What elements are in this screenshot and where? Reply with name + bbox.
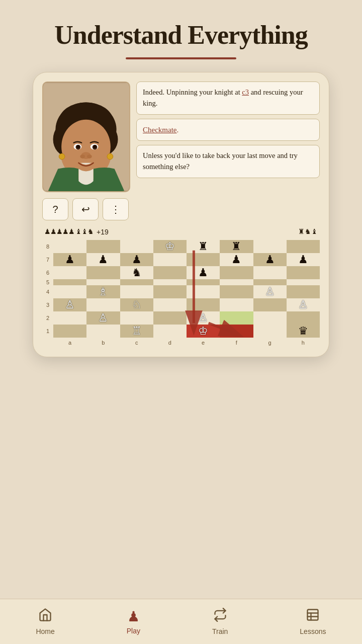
cell-e6[interactable]: ♟ xyxy=(187,266,220,279)
cell-a5[interactable] xyxy=(53,279,86,285)
cell-b8[interactable] xyxy=(86,240,120,253)
cell-a1[interactable] xyxy=(53,325,86,338)
cell-a8[interactable] xyxy=(53,240,86,253)
nav-play[interactable]: ♟ Play xyxy=(117,604,150,639)
bubble-1: Indeed. Unpinning your knight at c3 and … xyxy=(136,82,320,115)
cell-g4[interactable]: ♙ xyxy=(253,285,287,298)
cell-c7[interactable]: ♟ xyxy=(120,253,153,266)
svg-point-13 xyxy=(76,145,79,148)
cell-d6[interactable] xyxy=(153,266,187,279)
cell-d1[interactable] xyxy=(153,325,187,338)
cell-c8[interactable] xyxy=(120,240,153,253)
cell-f1[interactable] xyxy=(220,325,253,338)
cell-a6[interactable] xyxy=(53,266,86,279)
play-icon: ♟ xyxy=(127,608,140,625)
cell-g1[interactable] xyxy=(253,325,287,338)
advantage-label: +19 xyxy=(97,228,109,236)
cell-b1[interactable] xyxy=(86,325,120,338)
cell-h1[interactable]: ♛ xyxy=(287,325,320,338)
rank-5: 5 xyxy=(42,279,53,285)
cell-d8[interactable]: ♔ xyxy=(153,240,187,253)
cell-b7[interactable]: ♟ xyxy=(86,253,120,266)
cell-d7[interactable] xyxy=(153,253,187,266)
cell-a2[interactable] xyxy=(53,311,86,325)
cell-a3[interactable]: ♙ xyxy=(53,298,86,311)
cell-c4[interactable] xyxy=(120,285,153,298)
cell-h6[interactable] xyxy=(287,266,320,279)
cell-f7[interactable]: ♟ xyxy=(220,253,253,266)
black-captured: ♜♞♝ xyxy=(298,227,318,236)
svg-point-14 xyxy=(94,145,97,148)
cell-c3[interactable]: ♘ xyxy=(120,298,153,311)
chess-board: 8 ♔ ♜ ♜ xyxy=(42,240,320,348)
avatar xyxy=(42,82,130,192)
cell-d3[interactable] xyxy=(153,298,187,311)
file-h: h xyxy=(287,338,320,348)
cell-e2[interactable]: ♙ xyxy=(187,311,220,325)
cell-e7[interactable] xyxy=(187,253,220,266)
page-title: Understand Everything xyxy=(0,0,362,57)
cell-b4[interactable]: ♗ xyxy=(86,285,120,298)
cell-h4[interactable] xyxy=(287,285,320,298)
cell-e3[interactable] xyxy=(187,298,220,311)
rank-1: 1 xyxy=(42,325,53,338)
cell-c5[interactable] xyxy=(120,279,153,285)
cell-b5[interactable] xyxy=(86,279,120,285)
svg-point-18 xyxy=(59,153,65,159)
cell-g7[interactable]: ♟ xyxy=(253,253,287,266)
cell-b2[interactable]: ♙ xyxy=(86,311,120,325)
c3-link[interactable]: c3 xyxy=(242,88,249,96)
lessons-label: Lessons xyxy=(300,627,326,635)
cell-f4[interactable] xyxy=(220,285,253,298)
cell-h8[interactable] xyxy=(287,240,320,253)
cell-d5[interactable] xyxy=(153,279,187,285)
more-button[interactable]: ⋮ xyxy=(103,198,129,220)
cell-g2[interactable] xyxy=(253,311,287,325)
cell-c1[interactable]: ♖ xyxy=(120,325,153,338)
cell-g5[interactable] xyxy=(253,279,287,285)
cell-b6[interactable] xyxy=(86,266,120,279)
file-f: f xyxy=(220,338,253,348)
cell-g3[interactable] xyxy=(253,298,287,311)
captured-left: ♟♟♟♟♟ ♝♝♞ +19 xyxy=(44,227,109,236)
train-label: Train xyxy=(212,627,228,635)
cell-e1[interactable]: ♔ xyxy=(187,325,220,338)
cell-h5[interactable] xyxy=(287,279,320,285)
help-button[interactable]: ? xyxy=(42,198,68,220)
cell-d2[interactable] xyxy=(153,311,187,325)
nav-home[interactable]: Home xyxy=(26,604,64,639)
file-a: a xyxy=(53,338,86,348)
cell-f3[interactable] xyxy=(220,298,253,311)
svg-point-16 xyxy=(80,154,85,158)
cell-g6[interactable] xyxy=(253,266,287,279)
cell-c2[interactable] xyxy=(120,311,153,325)
play-label: Play xyxy=(127,627,140,635)
nav-lessons[interactable]: Lessons xyxy=(290,604,336,639)
cell-h7[interactable]: ♟ xyxy=(287,253,320,266)
cell-h2[interactable] xyxy=(287,311,320,325)
cell-g8[interactable] xyxy=(253,240,287,253)
svg-rect-24 xyxy=(308,610,318,620)
cell-f2[interactable] xyxy=(220,311,253,325)
undo-button[interactable]: ↩ xyxy=(72,198,99,220)
cell-a4[interactable] xyxy=(53,285,86,298)
bubble-2[interactable]: Checkmate. xyxy=(136,119,320,141)
nav-train[interactable]: Train xyxy=(202,604,238,639)
cell-h3[interactable]: ♙ xyxy=(287,298,320,311)
cell-f5[interactable] xyxy=(220,279,253,285)
rank-2: 2 xyxy=(42,311,53,325)
cell-b3[interactable] xyxy=(86,298,120,311)
cell-e5[interactable] xyxy=(187,279,220,285)
rank-3: 3 xyxy=(42,298,53,311)
cell-d4[interactable] xyxy=(153,285,187,298)
cell-a7[interactable]: ♟ xyxy=(53,253,86,266)
cell-f8[interactable]: ♜ xyxy=(220,240,253,253)
checkmate-link[interactable]: Checkmate xyxy=(143,126,176,134)
train-icon xyxy=(213,608,227,625)
chess-board-wrapper: 8 ♔ ♜ ♜ xyxy=(42,240,320,348)
cell-e8[interactable]: ♜ xyxy=(187,240,220,253)
white-captured2: ♝♝♞ xyxy=(75,227,94,236)
cell-e4[interactable] xyxy=(187,285,220,298)
cell-f6[interactable] xyxy=(220,266,253,279)
cell-c6[interactable]: ♞ xyxy=(120,266,153,279)
